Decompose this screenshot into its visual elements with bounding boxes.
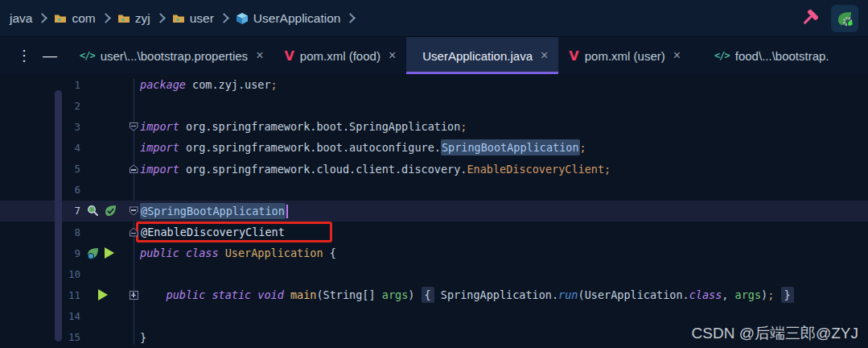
close-icon[interactable]: ×	[389, 49, 396, 62]
tab-userapplication-java[interactable]: UserApplication.java×	[406, 37, 558, 74]
code-token: EnableDiscoveryClient	[467, 163, 604, 176]
line-number: 7	[0, 205, 80, 217]
tab-label: food\...\bootstrap.	[735, 49, 829, 63]
gutter-icons	[80, 246, 127, 260]
code-token: ;	[580, 141, 586, 154]
fold-down-icon[interactable]	[130, 206, 138, 215]
code-token: }	[140, 331, 146, 344]
breadcrumb-item-user[interactable]: user	[172, 11, 214, 26]
close-icon[interactable]: ×	[673, 49, 681, 62]
code-token: @SpringBootApplication	[140, 203, 286, 219]
code-token: ;	[604, 163, 611, 176]
left-scrollbar-thumb[interactable]	[55, 90, 62, 342]
properties-file-icon: </>	[714, 50, 730, 61]
maven-icon: V	[284, 48, 294, 64]
line-number: 11	[0, 289, 80, 301]
run-play-icon[interactable]	[104, 246, 115, 259]
editor-line-11: 11 public static void main(String[] args…	[0, 284, 868, 305]
code-token: main	[290, 288, 317, 301]
breadcrumb-label: java	[10, 11, 32, 26]
build-hammer-icon-button[interactable]	[797, 5, 825, 32]
code-token: com.zyj.user	[186, 78, 271, 91]
code-token: SpringBootApplication	[441, 139, 580, 155]
code-token: args	[382, 288, 409, 301]
code-editor[interactable]: 1package com.zyj.user;23import org.sprin…	[0, 74, 868, 348]
fold-up-icon[interactable]	[130, 164, 138, 173]
tab-label: UserApplication.java	[422, 49, 533, 63]
chevron-right-icon	[346, 13, 356, 23]
line-number: 15	[0, 331, 80, 343]
editor-line-3: 3import org.springframework.boot.SpringA…	[0, 116, 868, 137]
run-play-icon[interactable]	[97, 288, 109, 301]
line-number: 10	[0, 268, 80, 280]
code-token: run	[558, 288, 578, 301]
code-token: ;	[460, 120, 467, 133]
tab-user-bootstrap-properties[interactable]: </>user\...\bootstrap.properties×	[69, 37, 274, 74]
breadcrumb-label: com	[72, 11, 95, 26]
code-line[interactable]: @SpringBootApplication	[140, 201, 868, 222]
chevron-right-icon	[101, 13, 111, 23]
code-line[interactable]: import org.springframework.boot.SpringAp…	[140, 116, 868, 137]
editor-line-7: 7@SpringBootApplication	[0, 201, 868, 222]
editor-line-4: 4import org.springframework.boot.autocon…	[0, 137, 868, 158]
fold-up-icon[interactable]	[130, 228, 138, 237]
line-number: 4	[0, 142, 80, 154]
fold-plus-icon[interactable]	[130, 291, 138, 300]
tab-label: user\...\bootstrap.properties	[101, 49, 248, 63]
spring-search-icon[interactable]	[86, 204, 100, 218]
fold-column	[127, 228, 140, 237]
fold-column	[127, 206, 140, 215]
run-configuration-icon	[836, 10, 854, 27]
editor-line-5: 5import org.springframework.cloud.client…	[0, 159, 868, 180]
code-token: org.springframework.boot.autoconfigure.	[179, 141, 441, 154]
editor-line-2: 2	[0, 95, 868, 116]
tab-label: pom.xml (user)	[585, 49, 665, 63]
run-configuration-icon-button[interactable]	[831, 5, 858, 32]
code-token: (String[]	[316, 288, 381, 301]
code-token: UserApplication	[225, 246, 323, 259]
code-line[interactable]: public static void main(String[] args) {…	[140, 284, 868, 305]
line-number: 14	[0, 310, 80, 322]
breadcrumb-label: user	[190, 11, 214, 26]
code-token: )	[761, 288, 767, 301]
line-number: 5	[0, 163, 80, 175]
code-line[interactable]: import org.springframework.cloud.client.…	[140, 159, 868, 180]
editor-line-6: 6	[0, 180, 868, 201]
breadcrumb-item-zyj[interactable]: zyj	[117, 11, 150, 26]
chevron-right-icon	[38, 13, 48, 23]
close-icon[interactable]: ×	[256, 49, 263, 62]
editor-line-10: 10	[0, 263, 868, 284]
chevron-right-icon	[155, 13, 166, 23]
line-number: 9	[0, 247, 80, 259]
more-options-icon[interactable]: ⋮	[11, 37, 37, 74]
code-line[interactable]: import org.springframework.boot.autoconf…	[140, 137, 868, 158]
code-token: ,	[722, 288, 734, 301]
editor-line-9: 9public class UserApplication {	[0, 242, 868, 263]
breadcrumb-label: UserApplication	[253, 11, 341, 26]
editor-line-8: 8@EnableDiscoveryClient	[0, 222, 868, 242]
editor-tabbar: ⋮— </>user\...\bootstrap.properties×Vpom…	[0, 37, 868, 74]
line-number: 3	[0, 121, 80, 133]
line-number: 2	[0, 100, 80, 112]
spring-bean-icon[interactable]	[86, 246, 100, 260]
breadcrumb-item-java[interactable]: java	[10, 11, 32, 26]
tab-pom-xml-food-[interactable]: Vpom.xml (food)×	[274, 37, 406, 74]
breadcrumb-item-userapplication[interactable]: UserApplication	[236, 11, 341, 26]
code-token: ;	[271, 78, 278, 91]
tab-food-bootstrap-[interactable]: </>food\...\bootstrap.	[704, 37, 839, 74]
line-number: 1	[0, 79, 80, 91]
code-line[interactable]: package com.zyj.user;	[140, 74, 868, 95]
code-token: SpringApplication.	[434, 288, 558, 301]
folder-icon	[172, 12, 185, 25]
fold-down-icon[interactable]	[130, 122, 138, 131]
spring-check-icon[interactable]	[104, 204, 117, 218]
breadcrumb-item-com[interactable]: com	[54, 11, 95, 26]
code-line[interactable]: @EnableDiscoveryClient	[140, 222, 868, 242]
hide-tabs-icon[interactable]: —	[37, 37, 63, 74]
watermark: CSDN @后端三郎@ZYJ	[692, 323, 858, 344]
code-line[interactable]: public class UserApplication {	[140, 242, 868, 263]
fold-column	[127, 291, 140, 300]
close-icon[interactable]: ×	[541, 49, 548, 62]
tab-pom-xml-user-[interactable]: Vpom.xml (user)×	[558, 37, 691, 74]
code-token: import	[140, 120, 179, 133]
